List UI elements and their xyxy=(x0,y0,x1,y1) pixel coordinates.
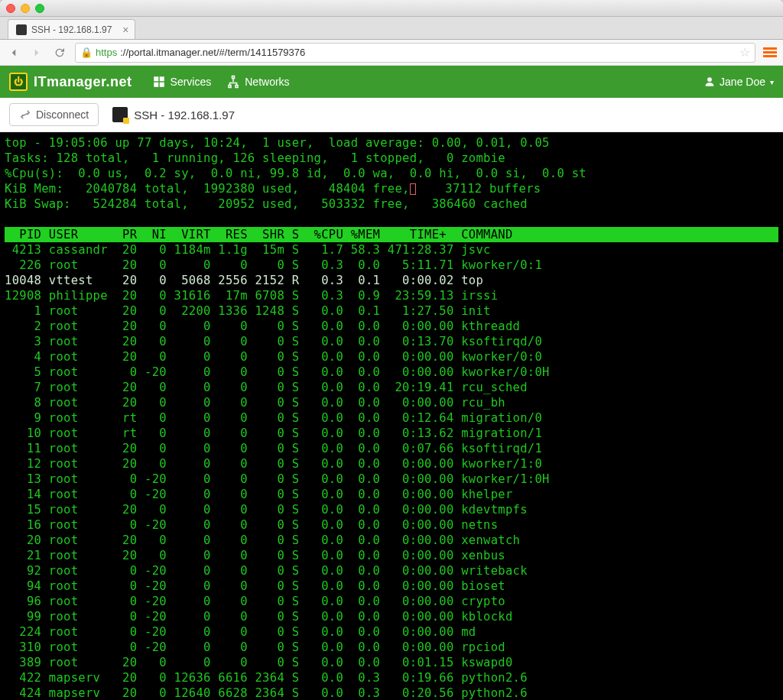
address-bar: 🔒 https://portal.itmanager.net/#/term/14… xyxy=(0,40,783,66)
nav-services[interactable]: Services xyxy=(152,75,212,89)
app-header: ⏻ ITmanager.net Services Networks Jane D… xyxy=(0,66,783,98)
user-name: Jane Doe xyxy=(720,76,765,88)
macos-titlebar xyxy=(0,0,783,17)
app-logo[interactable]: ⏻ ITmanager.net xyxy=(9,73,132,91)
chrome-menu-icon[interactable] xyxy=(763,46,777,60)
minimize-icon[interactable] xyxy=(21,4,30,13)
user-icon xyxy=(704,76,715,87)
power-icon: ⏻ xyxy=(9,73,28,91)
disconnect-label: Disconnect xyxy=(36,109,89,121)
user-menu[interactable]: Jane Doe ▾ xyxy=(704,76,774,88)
tab-title: SSH - 192.168.1.97 xyxy=(31,24,112,35)
nav-networks[interactable]: Networks xyxy=(226,75,289,89)
ssh-session-label: SSH - 192.168.1.97 xyxy=(112,107,235,122)
disconnect-icon xyxy=(19,109,31,121)
nav-networks-label: Networks xyxy=(245,76,289,88)
nav-services-label: Services xyxy=(171,76,212,88)
url-path: ://portal.itmanager.net/#/term/141157937… xyxy=(120,47,305,58)
networks-icon xyxy=(226,75,240,89)
ssh-host-text: SSH - 192.168.1.97 xyxy=(134,109,235,122)
browser-tabstrip: SSH - 192.168.1.97 × xyxy=(0,17,783,40)
tab-close-icon[interactable]: × xyxy=(122,24,128,36)
disconnect-button[interactable]: Disconnect xyxy=(9,103,99,126)
forward-button[interactable] xyxy=(29,45,44,60)
logo-text: ITmanager.net xyxy=(34,74,132,90)
services-icon xyxy=(152,75,166,89)
header-nav: Services Networks xyxy=(152,75,290,89)
url-protocol: https xyxy=(96,47,117,58)
back-button[interactable] xyxy=(6,45,21,60)
terminal-output[interactable]: top - 19:05:06 up 77 days, 10:24, 1 user… xyxy=(0,132,783,700)
maximize-icon[interactable] xyxy=(35,4,44,13)
browser-tab[interactable]: SSH - 192.168.1.97 × xyxy=(8,19,135,39)
favicon-icon xyxy=(16,24,27,35)
browser-window: SSH - 192.168.1.97 × 🔒 https://portal.it… xyxy=(0,0,783,700)
bookmark-star-icon[interactable]: ☆ xyxy=(739,45,750,60)
reload-button[interactable] xyxy=(52,45,67,60)
url-input[interactable]: 🔒 https://portal.itmanager.net/#/term/14… xyxy=(75,43,755,63)
terminal-icon xyxy=(112,107,128,122)
lock-icon: 🔒 xyxy=(80,47,93,58)
chevron-down-icon: ▾ xyxy=(770,78,774,86)
connection-bar: Disconnect SSH - 192.168.1.97 xyxy=(0,98,783,132)
close-icon[interactable] xyxy=(6,4,15,13)
